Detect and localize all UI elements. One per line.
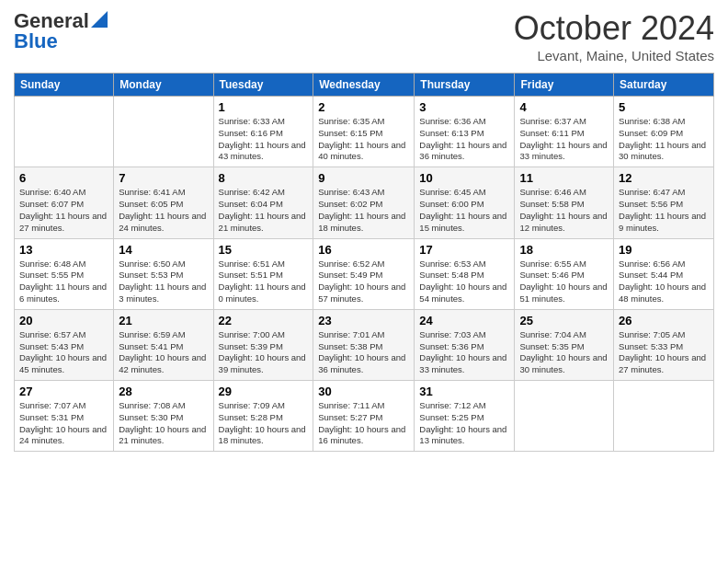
day-number: 1 [219,100,309,114]
calendar-cell: 29Sunrise: 7:09 AM Sunset: 5:28 PM Dayli… [213,381,313,452]
day-info: Sunrise: 6:56 AM Sunset: 5:44 PM Dayligh… [619,259,709,305]
day-info: Sunrise: 6:37 AM Sunset: 6:11 PM Dayligh… [519,116,609,163]
page-header: General Blue October 2024 Levant, Maine,… [14,9,714,63]
calendar-cell: 14Sunrise: 6:50 AM Sunset: 5:53 PM Dayli… [114,238,213,309]
calendar-cell [614,381,714,452]
day-info: Sunrise: 6:50 AM Sunset: 5:53 PM Dayligh… [119,259,208,305]
calendar-cell: 27Sunrise: 7:07 AM Sunset: 5:31 PM Dayli… [15,381,114,452]
col-sunday: Sunday [15,74,114,97]
day-number: 11 [519,171,609,185]
day-info: Sunrise: 6:42 AM Sunset: 6:04 PM Dayligh… [219,187,309,234]
calendar-cell: 11Sunrise: 6:46 AM Sunset: 5:58 PM Dayli… [515,167,614,238]
calendar-week-row: 13Sunrise: 6:48 AM Sunset: 5:55 PM Dayli… [15,238,714,309]
calendar-cell: 24Sunrise: 7:03 AM Sunset: 5:36 PM Dayli… [415,309,515,380]
day-number: 20 [19,314,108,327]
col-wednesday: Wednesday [313,74,415,97]
day-info: Sunrise: 6:57 AM Sunset: 5:43 PM Dayligh… [19,329,108,376]
calendar-cell: 4Sunrise: 6:37 AM Sunset: 6:11 PM Daylig… [515,97,614,167]
day-info: Sunrise: 7:08 AM Sunset: 5:30 PM Dayligh… [119,400,208,447]
day-number: 10 [419,171,509,185]
calendar-cell: 7Sunrise: 6:41 AM Sunset: 6:05 PM Daylig… [114,167,213,238]
day-info: Sunrise: 7:07 AM Sunset: 5:31 PM Dayligh… [19,400,108,447]
calendar-week-row: 20Sunrise: 6:57 AM Sunset: 5:43 PM Dayli… [15,309,714,380]
day-number: 7 [119,171,208,185]
calendar-cell: 5Sunrise: 6:38 AM Sunset: 6:09 PM Daylig… [614,97,714,167]
day-info: Sunrise: 7:11 AM Sunset: 5:27 PM Dayligh… [318,400,409,447]
calendar-cell: 8Sunrise: 6:42 AM Sunset: 6:04 PM Daylig… [213,167,313,238]
day-number: 27 [19,385,108,398]
day-number: 2 [318,100,409,114]
day-info: Sunrise: 7:04 AM Sunset: 5:35 PM Dayligh… [519,329,609,376]
day-info: Sunrise: 6:35 AM Sunset: 6:15 PM Dayligh… [318,116,409,163]
day-number: 8 [219,171,309,185]
day-info: Sunrise: 7:05 AM Sunset: 5:33 PM Dayligh… [619,329,709,376]
col-saturday: Saturday [614,74,714,97]
day-number: 22 [219,314,309,327]
calendar-cell: 17Sunrise: 6:53 AM Sunset: 5:48 PM Dayli… [415,238,515,309]
day-number: 12 [619,171,709,185]
day-info: Sunrise: 6:33 AM Sunset: 6:16 PM Dayligh… [219,116,309,163]
day-number: 6 [19,171,108,185]
day-info: Sunrise: 7:09 AM Sunset: 5:28 PM Dayligh… [219,400,309,447]
calendar-cell: 20Sunrise: 6:57 AM Sunset: 5:43 PM Dayli… [15,309,114,380]
day-number: 21 [119,314,208,327]
day-number: 16 [318,243,409,257]
calendar-cell: 28Sunrise: 7:08 AM Sunset: 5:30 PM Dayli… [114,381,213,452]
day-number: 3 [419,100,509,114]
calendar-cell [515,381,614,452]
page-container: General Blue October 2024 Levant, Maine,… [0,0,728,461]
day-info: Sunrise: 6:55 AM Sunset: 5:46 PM Dayligh… [519,259,609,305]
day-number: 17 [419,243,509,257]
col-monday: Monday [114,74,213,97]
col-friday: Friday [515,74,614,97]
calendar-cell: 12Sunrise: 6:47 AM Sunset: 5:56 PM Dayli… [614,167,714,238]
day-number: 28 [119,385,208,398]
day-info: Sunrise: 6:38 AM Sunset: 6:09 PM Dayligh… [619,116,709,163]
day-info: Sunrise: 6:40 AM Sunset: 6:07 PM Dayligh… [19,187,108,234]
calendar-cell: 15Sunrise: 6:51 AM Sunset: 5:51 PM Dayli… [213,238,313,309]
logo-icon [91,11,108,28]
day-number: 18 [519,243,609,257]
day-number: 30 [318,385,409,398]
day-number: 26 [619,314,709,327]
calendar-cell: 19Sunrise: 6:56 AM Sunset: 5:44 PM Dayli… [614,238,714,309]
day-number: 15 [219,243,309,257]
day-info: Sunrise: 6:45 AM Sunset: 6:00 PM Dayligh… [419,187,509,234]
calendar-cell [15,97,114,167]
day-number: 5 [619,100,709,114]
day-info: Sunrise: 6:52 AM Sunset: 5:49 PM Dayligh… [318,259,409,305]
logo: General Blue [14,9,108,53]
weekday-header-row: Sunday Monday Tuesday Wednesday Thursday… [15,74,714,97]
calendar-cell: 16Sunrise: 6:52 AM Sunset: 5:49 PM Dayli… [313,238,415,309]
title-block: October 2024 Levant, Maine, United State… [514,9,714,63]
calendar-cell: 3Sunrise: 6:36 AM Sunset: 6:13 PM Daylig… [415,97,515,167]
day-info: Sunrise: 6:59 AM Sunset: 5:41 PM Dayligh… [119,329,208,376]
col-tuesday: Tuesday [213,74,313,97]
logo-blue-text: Blue [14,29,58,53]
calendar-cell: 6Sunrise: 6:40 AM Sunset: 6:07 PM Daylig… [15,167,114,238]
calendar-week-row: 27Sunrise: 7:07 AM Sunset: 5:31 PM Dayli… [15,381,714,452]
day-number: 19 [619,243,709,257]
day-number: 24 [419,314,509,327]
day-number: 29 [219,385,309,398]
day-number: 9 [318,171,409,185]
calendar-cell: 13Sunrise: 6:48 AM Sunset: 5:55 PM Dayli… [15,238,114,309]
calendar-cell: 18Sunrise: 6:55 AM Sunset: 5:46 PM Dayli… [515,238,614,309]
calendar-cell: 25Sunrise: 7:04 AM Sunset: 5:35 PM Dayli… [515,309,614,380]
calendar-cell: 9Sunrise: 6:43 AM Sunset: 6:02 PM Daylig… [313,167,415,238]
day-number: 31 [419,385,509,398]
day-info: Sunrise: 6:41 AM Sunset: 6:05 PM Dayligh… [119,187,208,234]
day-number: 4 [519,100,609,114]
svg-marker-0 [91,11,108,28]
calendar-cell: 30Sunrise: 7:11 AM Sunset: 5:27 PM Dayli… [313,381,415,452]
calendar-cell: 21Sunrise: 6:59 AM Sunset: 5:41 PM Dayli… [114,309,213,380]
day-info: Sunrise: 7:12 AM Sunset: 5:25 PM Dayligh… [419,400,509,447]
day-info: Sunrise: 7:03 AM Sunset: 5:36 PM Dayligh… [419,329,509,376]
day-info: Sunrise: 6:47 AM Sunset: 5:56 PM Dayligh… [619,187,709,234]
calendar-cell: 10Sunrise: 6:45 AM Sunset: 6:00 PM Dayli… [415,167,515,238]
calendar-week-row: 1Sunrise: 6:33 AM Sunset: 6:16 PM Daylig… [15,97,714,167]
calendar-cell: 31Sunrise: 7:12 AM Sunset: 5:25 PM Dayli… [415,381,515,452]
day-number: 13 [19,243,108,257]
day-info: Sunrise: 7:01 AM Sunset: 5:38 PM Dayligh… [318,329,409,376]
day-info: Sunrise: 6:53 AM Sunset: 5:48 PM Dayligh… [419,259,509,305]
